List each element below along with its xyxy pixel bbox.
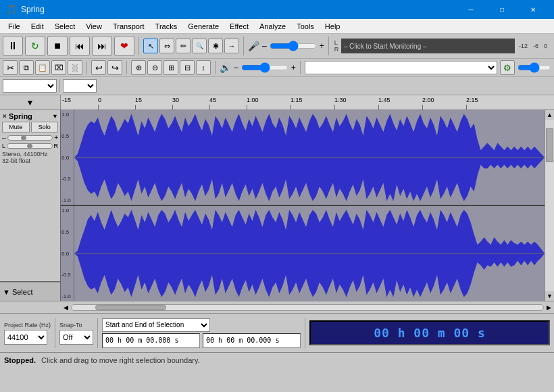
- playback-volume-slider[interactable]: [241, 63, 288, 72]
- zoom-tool[interactable]: 🔍: [192, 39, 207, 53]
- window-title: Spring: [21, 5, 455, 14]
- hscroll-track: [71, 304, 544, 311]
- zoom-reset-button[interactable]: ↕: [196, 60, 211, 75]
- hscroll-spacer: [1, 303, 62, 312]
- speaker-icon: 🔊: [220, 62, 231, 73]
- gain-minus-icon: –: [2, 134, 6, 141]
- zoom-in-button[interactable]: ⊕: [131, 60, 146, 75]
- menu-tools[interactable]: Tools: [291, 19, 320, 34]
- menu-transport[interactable]: Transport: [107, 19, 150, 34]
- envelope-tool[interactable]: ⇔: [159, 39, 174, 53]
- menu-select[interactable]: Select: [49, 19, 81, 34]
- pb-plus: +: [291, 63, 296, 72]
- stop-button[interactable]: ■: [47, 36, 68, 56]
- ruler-track: -15 0 15 30 45 1:00 1:15 1:30 1:45 2:00 …: [61, 95, 554, 109]
- maximize-button[interactable]: □: [486, 0, 518, 19]
- zoom-fit-button[interactable]: ⊟: [180, 60, 195, 75]
- vscroll-thumb[interactable]: [546, 128, 553, 163]
- separator3: [305, 318, 305, 348]
- menu-analyze[interactable]: Analyze: [254, 19, 291, 34]
- multi-tool[interactable]: →: [224, 39, 239, 53]
- vscroll-down[interactable]: ▼: [545, 291, 554, 301]
- track1-dropdown[interactable]: ▼: [52, 113, 58, 120]
- redo-button[interactable]: ↪: [107, 60, 122, 75]
- pause-button[interactable]: ⏸: [3, 36, 23, 56]
- track1-waveform[interactable]: 1.0 0.5 0.0 -0.5 -1.0: [61, 110, 545, 206]
- solo-button[interactable]: Solo: [31, 122, 59, 132]
- menu-edit[interactable]: Edit: [26, 19, 49, 34]
- audio-device-select[interactable]: [305, 61, 497, 74]
- vscroll-up[interactable]: ▲: [545, 110, 554, 120]
- hscroll-right-btn[interactable]: ▶: [545, 304, 553, 311]
- zoom-sel-button[interactable]: ⊞: [163, 60, 178, 75]
- waveforms: ▲ ▼ 1.0 0.5 0.0 -0.5 -1.0: [61, 110, 554, 301]
- copy-button[interactable]: ⧉: [19, 60, 34, 75]
- pan-r-label: R: [54, 143, 59, 149]
- app-icon: 🎵: [5, 4, 17, 15]
- menu-help[interactable]: Help: [320, 19, 346, 34]
- track-controls-panel: ✕ Spring ▼ Mute Solo – + L R: [0, 110, 61, 301]
- menu-generate[interactable]: Generate: [182, 19, 224, 34]
- ruler-mark-145: 1:45: [378, 97, 391, 103]
- menu-file[interactable]: File: [3, 19, 26, 34]
- hscrollbar-row: ◀ ▶: [0, 301, 554, 313]
- wave1-y-n05: -0.5: [61, 176, 74, 182]
- next-button[interactable]: ⏭: [92, 36, 112, 56]
- track1-controls: ✕ Spring ▼ Mute Solo – + L R: [0, 110, 60, 282]
- menu-effect[interactable]: Effect: [224, 19, 254, 34]
- ruler-mark-neg15: -15: [62, 97, 71, 103]
- timeline-arrow[interactable]: ▼: [26, 98, 34, 107]
- snap-to-select[interactable]: Off: [59, 330, 93, 345]
- cut-button[interactable]: ✂: [3, 60, 18, 75]
- effects-button[interactable]: ⚙: [500, 60, 515, 75]
- main-time-display: 00 h 00 m 00 s: [309, 320, 550, 345]
- timeshift-tool[interactable]: ✱: [208, 39, 223, 53]
- selection-mode-select[interactable]: Start and End of Selection: [102, 318, 210, 332]
- minimize-button[interactable]: ─: [455, 0, 486, 19]
- wave1-y-05: 0.5: [61, 133, 74, 139]
- record-button[interactable]: ❤: [114, 36, 134, 56]
- track-bottom-arrow: ▼: [3, 288, 10, 296]
- track1-name: Spring: [9, 112, 51, 120]
- menu-view[interactable]: View: [80, 19, 107, 34]
- project-rate-select[interactable]: 44100: [4, 330, 47, 345]
- snap-select[interactable]: [63, 79, 97, 93]
- separator1: [55, 318, 55, 348]
- ruler-mark-0: 0: [98, 97, 101, 103]
- selection-tool[interactable]: ↖: [143, 39, 158, 53]
- bottom-controls: Project Rate (Hz) 44100 Snap-To Off Star…: [0, 313, 554, 352]
- ruler-mark-115: 1:15: [291, 97, 303, 103]
- hscroll-left-btn[interactable]: ◀: [62, 304, 70, 311]
- pan-slider-track: [7, 143, 52, 149]
- mic-icon: 🎤: [248, 41, 259, 51]
- wave2-y-0: 0.0: [61, 251, 74, 257]
- gain-plus-icon: +: [54, 134, 58, 141]
- mute-button[interactable]: Mute: [2, 122, 30, 132]
- track1-close[interactable]: ✕: [2, 113, 7, 120]
- track1-info1: Stereo, 44100Hz: [2, 151, 58, 157]
- pan-slider-thumb[interactable]: [27, 144, 32, 148]
- hscroll-thumb[interactable]: [95, 305, 166, 310]
- loop-button[interactable]: ↻: [25, 36, 45, 56]
- ruler-mark-130: 1:30: [334, 97, 347, 103]
- draw-tool[interactable]: ✏: [176, 39, 191, 53]
- gain-slider-thumb[interactable]: [21, 136, 26, 140]
- vu-meter-area[interactable]: – Click to Start Monitoring –: [341, 39, 515, 53]
- close-button[interactable]: ✕: [518, 0, 549, 19]
- trim-button[interactable]: ⌧: [51, 60, 66, 75]
- rate-select[interactable]: [3, 79, 57, 93]
- menu-tracks[interactable]: Tracks: [150, 19, 183, 34]
- track2-waveform[interactable]: 1.0 0.5 0.0 -0.5 -1.0: [61, 206, 545, 301]
- vu-click-label: – Click to Start Monitoring –: [344, 43, 427, 50]
- track-select-bottom[interactable]: ▼ Select: [0, 282, 60, 301]
- pitch-slider[interactable]: [518, 63, 551, 72]
- titlebar: 🎵 Spring ─ □ ✕: [0, 0, 554, 19]
- silence-button[interactable]: ░: [68, 60, 82, 75]
- input-volume-slider[interactable]: [270, 41, 317, 51]
- wave2-y-n05: -0.5: [61, 272, 74, 278]
- prev-button[interactable]: ⏮: [70, 36, 90, 56]
- undo-button[interactable]: ↩: [91, 60, 106, 75]
- zoom-out-button[interactable]: ⊖: [147, 60, 162, 75]
- paste-button[interactable]: 📋: [35, 60, 50, 75]
- ruler-mark-45: 45: [209, 97, 216, 103]
